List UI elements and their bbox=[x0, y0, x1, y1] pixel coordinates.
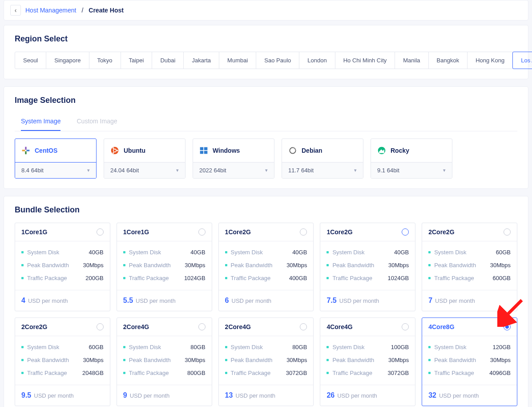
bundle-card-2core4g[interactable]: 2Core4GSystem Disk80GBPeak Bandwidth30Mb… bbox=[117, 317, 212, 406]
image-title: Image Selection bbox=[15, 96, 517, 105]
price-number: 9.5 bbox=[21, 391, 31, 399]
radio-icon[interactable] bbox=[198, 323, 206, 330]
spec-bandwidth-label: Peak Bandwidth bbox=[326, 262, 374, 269]
image-card-windows[interactable]: Windows2022 64bit▾ bbox=[193, 138, 274, 179]
spec-traffic-label: Traffic Package bbox=[225, 275, 271, 281]
svg-rect-12 bbox=[204, 151, 208, 154]
price-suffix: USD per month bbox=[337, 392, 377, 399]
bundle-card-2core2g[interactable]: 2Core2GSystem Disk60GBPeak Bandwidth30Mb… bbox=[422, 223, 517, 311]
bundle-name: 2Core4G bbox=[123, 323, 149, 330]
spec-traffic-label: Traffic Package bbox=[326, 370, 372, 376]
bundle-card-2core2g[interactable]: 2Core2GSystem Disk60GBPeak Bandwidth30Mb… bbox=[15, 317, 110, 406]
bundle-name: 1Core2G bbox=[225, 228, 251, 236]
bundle-price: 13USD per month bbox=[219, 385, 314, 406]
radio-icon[interactable] bbox=[97, 228, 104, 236]
image-header[interactable]: Rocky bbox=[371, 139, 452, 163]
image-header[interactable]: Ubuntu bbox=[104, 139, 185, 163]
image-name: CentOS bbox=[35, 147, 57, 154]
bundle-price: 4USD per month bbox=[15, 290, 110, 311]
radio-icon[interactable] bbox=[504, 323, 511, 330]
bundle-head: 1Core2G bbox=[219, 223, 314, 241]
bundle-title: Bundle Selection bbox=[15, 205, 517, 215]
region-item-manila[interactable]: Manila bbox=[395, 52, 428, 69]
spec-disk-label: System Disk bbox=[21, 249, 59, 256]
bundle-card-4core8g[interactable]: 4Core8GSystem Disk120GBPeak Bandwidth30M… bbox=[422, 317, 517, 406]
ubuntu-icon bbox=[110, 146, 119, 155]
price-suffix: USD per month bbox=[136, 297, 176, 304]
region-item-jakarta[interactable]: Jakarta bbox=[183, 52, 219, 69]
region-item-taipei[interactable]: Taipei bbox=[121, 52, 153, 69]
tab-system-image[interactable]: System Image bbox=[21, 113, 60, 131]
spec-traffic-label: Traffic Package bbox=[123, 370, 169, 376]
region-item-hong-kong[interactable]: Hong Kong bbox=[467, 52, 513, 69]
image-version-select[interactable]: 24.04 64bit▾ bbox=[104, 163, 185, 178]
bundle-card-1core2g[interactable]: 1Core2GSystem Disk40GBPeak Bandwidth30Mb… bbox=[218, 223, 314, 311]
image-version-select[interactable]: 9.1 64bit▾ bbox=[371, 163, 452, 178]
image-card-rocky[interactable]: Rocky9.1 64bit▾ bbox=[371, 138, 452, 179]
region-item-dubai[interactable]: Dubai bbox=[152, 52, 184, 69]
region-item-los-angeles[interactable]: Los Angeles bbox=[512, 52, 532, 69]
bundle-card-4core4g[interactable]: 4Core4GSystem Disk100GBPeak Bandwidth30M… bbox=[320, 317, 415, 406]
radio-icon[interactable] bbox=[97, 323, 104, 330]
price-suffix: USD per month bbox=[439, 392, 479, 399]
bundle-specs: System Disk40GBPeak Bandwidth30MbpsTraff… bbox=[219, 241, 314, 290]
chevron-down-icon: ▾ bbox=[354, 167, 357, 173]
back-button[interactable]: ‹ bbox=[10, 5, 21, 16]
bundle-price: 5.5USD per month bbox=[117, 290, 212, 311]
spec-disk-label: System Disk bbox=[428, 249, 466, 256]
spec-disk-value: 60GB bbox=[496, 249, 511, 256]
rocky-icon bbox=[377, 146, 386, 155]
price-number: 5.5 bbox=[123, 297, 133, 305]
image-header[interactable]: Debian bbox=[282, 139, 363, 163]
svg-rect-2 bbox=[22, 150, 25, 151]
spec-traffic-label: Traffic Package bbox=[21, 370, 67, 376]
region-item-bangkok[interactable]: Bangkok bbox=[428, 52, 468, 69]
spec-disk-value: 60GB bbox=[89, 344, 104, 350]
radio-icon[interactable] bbox=[300, 228, 307, 236]
spec-bandwidth-label: Peak Bandwidth bbox=[123, 357, 171, 363]
image-name: Debian bbox=[302, 147, 322, 154]
radio-icon[interactable] bbox=[198, 228, 206, 236]
svg-point-6 bbox=[117, 150, 118, 151]
bundle-card-2core4g[interactable]: 2Core4GSystem Disk80GBPeak Bandwidth30Mb… bbox=[218, 317, 314, 406]
spec-traffic-value: 3072GB bbox=[286, 370, 307, 376]
bundle-price: 26USD per month bbox=[320, 385, 415, 406]
image-name: Ubuntu bbox=[124, 147, 145, 154]
region-item-sao-paulo[interactable]: Sao Paulo bbox=[256, 52, 299, 69]
radio-icon[interactable] bbox=[504, 228, 511, 236]
svg-rect-3 bbox=[27, 150, 30, 151]
price-number: 4 bbox=[21, 297, 25, 305]
price-number: 7.5 bbox=[326, 297, 336, 305]
spec-traffic-label: Traffic Package bbox=[428, 370, 474, 376]
region-item-tokyo[interactable]: Tokyo bbox=[89, 52, 121, 69]
image-version-select[interactable]: 11.7 64bit▾ bbox=[282, 163, 363, 178]
image-version-select[interactable]: 8.4 64bit▾ bbox=[15, 163, 96, 178]
region-item-singapore[interactable]: Singapore bbox=[46, 52, 89, 69]
image-card-debian[interactable]: Debian11.7 64bit▾ bbox=[282, 138, 363, 179]
svg-rect-9 bbox=[200, 147, 204, 151]
bundle-card-1core1g[interactable]: 1Core1GSystem Disk40GBPeak Bandwidth30Mb… bbox=[15, 223, 110, 311]
spec-traffic-label: Traffic Package bbox=[123, 275, 169, 281]
image-version-select[interactable]: 2022 64bit▾ bbox=[193, 163, 274, 178]
image-header[interactable]: Windows bbox=[193, 139, 274, 163]
bundle-card-1core1g[interactable]: 1Core1GSystem Disk40GBPeak Bandwidth30Mb… bbox=[117, 223, 212, 311]
spec-traffic-value: 4096GB bbox=[489, 370, 511, 376]
image-header[interactable]: CentOS bbox=[15, 139, 96, 163]
radio-icon[interactable] bbox=[300, 323, 307, 330]
svg-rect-11 bbox=[200, 151, 204, 154]
radio-icon[interactable] bbox=[402, 228, 409, 236]
bundle-card-1core2g[interactable]: 1Core2GSystem Disk40GBPeak Bandwidth30Mb… bbox=[320, 223, 415, 311]
bundle-name: 1Core1G bbox=[123, 228, 149, 236]
radio-icon[interactable] bbox=[402, 323, 409, 330]
region-item-london[interactable]: London bbox=[299, 52, 335, 69]
tab-custom-image[interactable]: Custom Image bbox=[77, 113, 117, 131]
region-item-seoul[interactable]: Seoul bbox=[15, 52, 46, 69]
price-suffix: USD per month bbox=[235, 392, 275, 399]
price-suffix: USD per month bbox=[232, 297, 272, 304]
spec-disk-label: System Disk bbox=[123, 344, 161, 350]
image-card-centos[interactable]: CentOS8.4 64bit▾ bbox=[15, 138, 97, 179]
breadcrumb-link-host-management[interactable]: Host Management bbox=[25, 7, 76, 14]
image-card-ubuntu[interactable]: Ubuntu24.04 64bit▾ bbox=[104, 138, 185, 179]
region-item-mumbai[interactable]: Mumbai bbox=[219, 52, 256, 69]
region-item-ho-chi-minh-city[interactable]: Ho Chi Minh City bbox=[335, 52, 395, 69]
